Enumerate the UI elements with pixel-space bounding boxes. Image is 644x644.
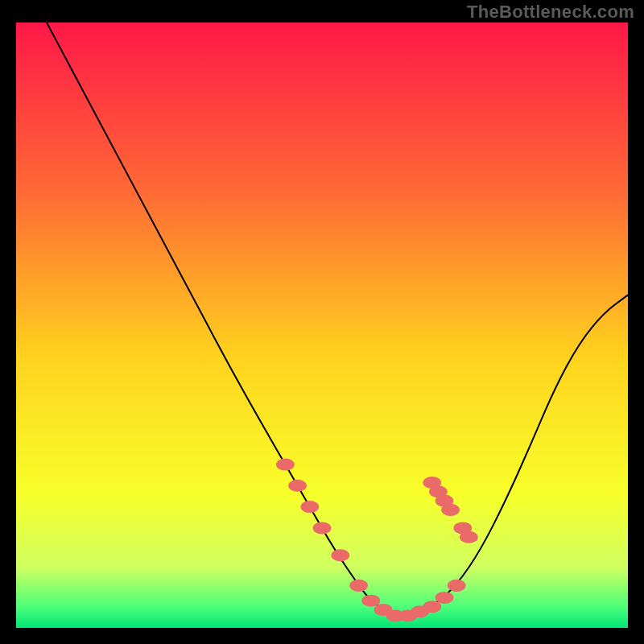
- chart-svg: [16, 23, 628, 628]
- marker-point: [288, 480, 307, 492]
- marker-point: [349, 580, 368, 592]
- marker-point: [313, 522, 332, 534]
- marker-point: [460, 531, 478, 543]
- marker-point: [361, 595, 380, 607]
- marker-point: [441, 504, 460, 516]
- marker-point: [436, 592, 454, 604]
- marker-point: [448, 580, 466, 592]
- marker-point: [423, 601, 441, 613]
- chart-frame: TheBottleneck.com: [0, 0, 644, 644]
- marker-point: [300, 501, 319, 513]
- watermark-label: TheBottleneck.com: [467, 2, 634, 23]
- gradient-background: [16, 23, 628, 628]
- marker-point: [276, 458, 295, 470]
- marker-point: [331, 549, 349, 561]
